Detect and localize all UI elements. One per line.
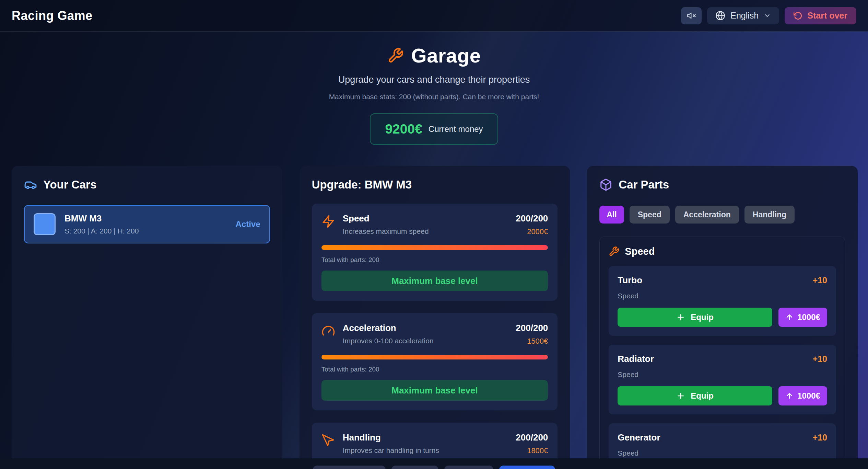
language-selector[interactable]: English — [707, 7, 779, 24]
part-name: Radiator — [618, 354, 654, 364]
stat-total-with-parts: Total with parts: 200 — [321, 366, 548, 373]
money-label: Current money — [429, 124, 483, 134]
money-amount: 9200€ — [385, 122, 422, 137]
part-category: Speed — [618, 370, 827, 379]
equip-button[interactable]: Equip — [618, 308, 772, 327]
part-category: Speed — [618, 292, 827, 300]
zap-icon — [321, 213, 335, 236]
car-parts-panel: Car Parts All Speed Acceleration Handlin… — [587, 166, 858, 469]
garage-header: Garage Upgrade your cars and change thei… — [0, 32, 868, 145]
part-price: 1000€ — [797, 312, 820, 322]
buy-upgrade-button[interactable]: 1000€ — [778, 386, 827, 405]
navbar-controls: English Start over — [681, 7, 856, 24]
part-category: Speed — [618, 449, 827, 457]
stat-name: Acceleration — [343, 323, 434, 333]
money-display: 9200€ Current money — [370, 113, 498, 145]
part-price: 1000€ — [797, 391, 820, 401]
part-name: Turbo — [618, 275, 642, 286]
mute-button[interactable] — [681, 7, 702, 24]
upgrade-panel: Upgrade: BMW M3 Speed Increases maximum … — [300, 166, 570, 469]
car-list-item-bmw-m3[interactable]: BMW M3 S: 200 | A: 200 | H: 200 Active — [24, 205, 270, 243]
stat-upgrade-price: 1800€ — [516, 446, 548, 455]
bottom-nav — [313, 458, 555, 469]
stat-upgrade-price: 2000€ — [516, 227, 548, 236]
stat-progress-bar — [321, 355, 548, 359]
parts-group-speed: Speed Turbo +10 Speed Equip 1000€ — [599, 237, 845, 469]
arrow-up-icon — [785, 392, 794, 400]
stat-card-acceleration: Acceleration Improves 0-100 acceleration… — [312, 313, 558, 410]
stat-level: 200/200 — [516, 323, 548, 333]
stat-level: 200/200 — [516, 432, 548, 443]
stat-name: Handling — [343, 432, 439, 443]
stat-description: Increases maximum speed — [343, 227, 429, 236]
stat-total-with-parts: Total with parts: 200 — [321, 256, 548, 264]
rotate-ccw-icon — [794, 11, 802, 20]
arrow-up-icon — [785, 313, 794, 321]
part-name: Generator — [618, 432, 660, 443]
max-base-level-button[interactable]: Maximum base level — [321, 271, 548, 291]
language-label: English — [730, 11, 759, 21]
your-cars-panel: Your Cars BMW M3 S: 200 | A: 200 | H: 20… — [12, 166, 282, 469]
stat-progress-fill — [321, 355, 548, 359]
car-status-badge: Active — [236, 219, 260, 229]
stat-progress-fill — [321, 245, 548, 250]
car-name: BMW M3 — [64, 213, 139, 224]
filter-handling[interactable]: Handling — [744, 206, 795, 224]
stat-name: Speed — [343, 213, 429, 224]
stat-progress-bar — [321, 245, 548, 250]
start-over-button[interactable]: Start over — [785, 7, 856, 24]
start-over-label: Start over — [807, 11, 847, 21]
plus-icon — [676, 313, 685, 322]
equip-button[interactable]: Equip — [618, 386, 772, 405]
buy-upgrade-button[interactable]: 1000€ — [778, 308, 827, 327]
globe-icon — [715, 11, 725, 21]
package-icon — [599, 178, 612, 191]
navbar: Racing Game English Start over — [0, 0, 868, 32]
stat-description: Improves 0-100 acceleration — [343, 337, 434, 345]
bottom-nav-button[interactable] — [391, 466, 438, 469]
parts-group-title: Speed — [625, 246, 655, 257]
max-base-level-button[interactable]: Maximum base level — [321, 380, 548, 401]
equip-label: Equip — [691, 312, 714, 322]
main-content: Your Cars BMW M3 S: 200 | A: 200 | H: 20… — [12, 166, 858, 469]
bottom-nav-button-active[interactable] — [499, 466, 555, 469]
car-stats-summary: S: 200 | A: 200 | H: 200 — [64, 227, 139, 235]
car-parts-title: Car Parts — [619, 178, 669, 191]
gauge-icon — [321, 323, 335, 346]
wrench-icon — [387, 47, 404, 64]
app-title: Racing Game — [12, 9, 93, 23]
part-bonus: +10 — [813, 275, 827, 285]
page-title: Garage — [411, 44, 481, 67]
bottom-nav-button[interactable] — [313, 466, 386, 469]
bottom-bar — [0, 458, 868, 469]
part-card-radiator: Radiator +10 Speed Equip 1000€ — [609, 345, 836, 414]
volume-mute-icon — [687, 11, 696, 20]
stat-upgrade-price: 1500€ — [516, 337, 548, 346]
filter-speed[interactable]: Speed — [630, 206, 670, 224]
upgrade-panel-title: Upgrade: BMW M3 — [312, 178, 412, 191]
plus-icon — [676, 391, 685, 400]
stat-description: Improves car handling in turns — [343, 446, 439, 455]
wrench-icon — [609, 246, 619, 257]
navigation-icon — [321, 432, 335, 455]
parts-filter-bar: All Speed Acceleration Handling — [599, 206, 845, 224]
filter-acceleration[interactable]: Acceleration — [675, 206, 739, 224]
filter-all[interactable]: All — [599, 206, 624, 224]
part-bonus: +10 — [813, 433, 827, 443]
stat-level: 200/200 — [516, 213, 548, 224]
page-subtitle: Upgrade your cars and change their prope… — [0, 75, 868, 85]
bottom-nav-button[interactable] — [444, 466, 493, 469]
stat-card-speed: Speed Increases maximum speed 200/200 20… — [312, 204, 558, 301]
car-icon — [24, 178, 37, 191]
car-color-swatch — [34, 213, 56, 235]
part-card-turbo: Turbo +10 Speed Equip 1000€ — [609, 266, 836, 336]
equip-label: Equip — [691, 391, 714, 401]
part-bonus: +10 — [813, 354, 827, 364]
page-note: Maximum base stats: 200 (without parts).… — [0, 93, 868, 101]
your-cars-title: Your Cars — [43, 178, 96, 191]
chevron-down-icon — [764, 12, 771, 19]
